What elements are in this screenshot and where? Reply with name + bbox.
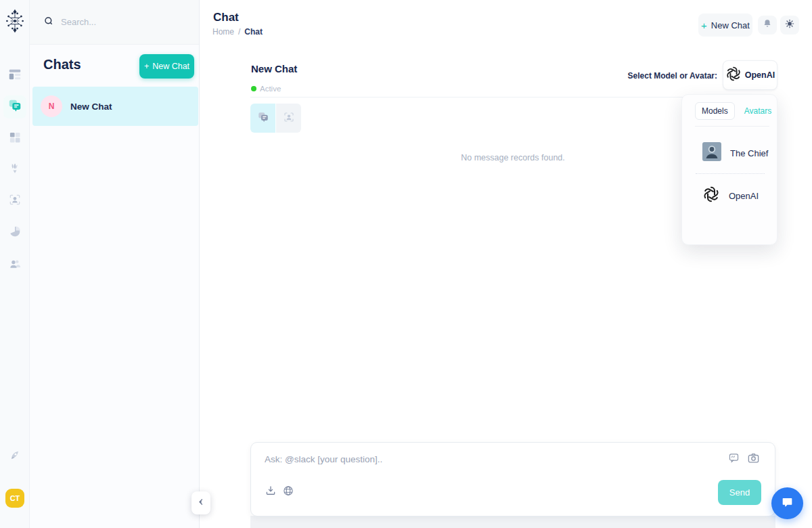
rocket-icon: [8, 449, 22, 465]
model-avatar-dropdown: Models Avatars The Chief: [681, 94, 777, 245]
app-logo[interactable]: [3, 11, 26, 34]
new-chat-label: New Chat: [152, 62, 189, 71]
notifications-button[interactable]: [758, 16, 777, 35]
tab-avatars[interactable]: Avatars: [744, 106, 771, 116]
quote-bubble-icon: [728, 452, 740, 466]
plus-icon: +: [144, 62, 149, 71]
breadcrumb-separator: /: [238, 27, 240, 37]
sidebar-item-prompts[interactable]: [3, 158, 26, 181]
sidebar-item-users[interactable]: [3, 254, 26, 277]
sidebar-collapse-button[interactable]: [191, 491, 210, 514]
avatar-scan-icon: [283, 111, 295, 126]
conversation-title: New Chat: [251, 63, 297, 74]
dropdown-item-label: OpenAI: [729, 191, 759, 201]
mode-chat-button[interactable]: [250, 104, 275, 133]
message-input[interactable]: [265, 451, 644, 467]
speech-bubble-icon: [780, 495, 794, 512]
chat-avatar: N: [41, 95, 62, 117]
sidebar-item-dashboard[interactable]: [3, 64, 26, 87]
chats-sidebar: Chats + New Chat N New Chat: [30, 0, 200, 528]
screenshot-button[interactable]: [747, 452, 760, 467]
theme-toggle-button[interactable]: [780, 16, 799, 35]
export-button[interactable]: [265, 485, 277, 500]
empty-state-message: No message records found.: [250, 153, 775, 162]
search-icon: [43, 16, 54, 29]
selected-model-label: OpenAI: [745, 70, 775, 80]
breadcrumb: Home/Chat: [212, 27, 263, 37]
sidebar-item-chats[interactable]: [3, 95, 26, 118]
dotted-divider: [696, 173, 765, 174]
breadcrumb-current: Chat: [244, 27, 263, 37]
prompts-icon: [8, 162, 22, 178]
dashboard-icon: [7, 67, 22, 85]
status-label: Active: [260, 85, 281, 93]
sidebar-item-analytics[interactable]: [3, 221, 26, 244]
page-title: Chat: [213, 11, 239, 24]
download-icon: [265, 485, 277, 500]
users-icon: [8, 257, 22, 273]
main-content: Chat Home/Chat + New Chat New Chat Activ…: [200, 0, 812, 528]
support-chat-fab[interactable]: [771, 487, 803, 519]
sun-icon: [784, 18, 795, 32]
sidebar-item-apps[interactable]: [3, 127, 26, 150]
sidebar-new-chat-button[interactable]: + New Chat: [139, 54, 194, 79]
search-input[interactable]: [61, 17, 162, 27]
web-access-button[interactable]: [282, 485, 294, 500]
chats-heading: Chats: [43, 57, 81, 72]
chat-list-item[interactable]: N New Chat: [32, 87, 198, 126]
avatar-scan-icon: [8, 193, 22, 209]
pie-chart-icon: [8, 225, 22, 241]
quick-prompts-button[interactable]: [728, 452, 740, 466]
mode-segmented-control: [250, 104, 301, 133]
status-dot: [251, 86, 256, 91]
chat-bubbles-icon: [257, 111, 269, 126]
model-select-button[interactable]: OpenAI: [723, 60, 777, 90]
select-model-label: Select Model or Avatar:: [628, 71, 717, 81]
camera-icon: [747, 452, 760, 467]
new-chat-label: New Chat: [711, 20, 750, 30]
plus-icon: +: [701, 20, 707, 31]
icon-rail: CT: [0, 0, 30, 528]
search-bar: [30, 0, 199, 45]
globe-icon: [282, 485, 294, 500]
composer-backdrop: [250, 516, 775, 528]
user-avatar[interactable]: CT: [5, 489, 24, 508]
mode-avatar-button[interactable]: [276, 104, 301, 133]
message-composer: Send: [250, 442, 775, 516]
chat-item-title: New Chat: [70, 102, 112, 112]
breadcrumb-home[interactable]: Home: [212, 27, 234, 37]
dropdown-tabs: Models Avatars: [695, 102, 771, 120]
tab-models[interactable]: Models: [695, 102, 735, 120]
bell-icon: [762, 18, 773, 32]
openai-logo-icon: [702, 185, 720, 206]
tabs-underline: [695, 126, 769, 127]
send-button[interactable]: Send: [718, 480, 761, 505]
sidebar-item-launch[interactable]: [3, 445, 26, 468]
openai-logo-icon: [725, 66, 742, 85]
sidebar-item-avatars[interactable]: [3, 190, 26, 213]
network-emblem-logo-icon: [3, 7, 27, 37]
user-initials: CT: [10, 494, 20, 502]
dropdown-item-openai[interactable]: OpenAI: [702, 185, 759, 206]
header-new-chat-button[interactable]: + New Chat: [698, 14, 752, 37]
apps-grid-icon: [8, 131, 22, 147]
chats-icon: [7, 98, 22, 116]
chevron-left-icon: [196, 497, 206, 510]
status-badge: Active: [251, 85, 281, 93]
